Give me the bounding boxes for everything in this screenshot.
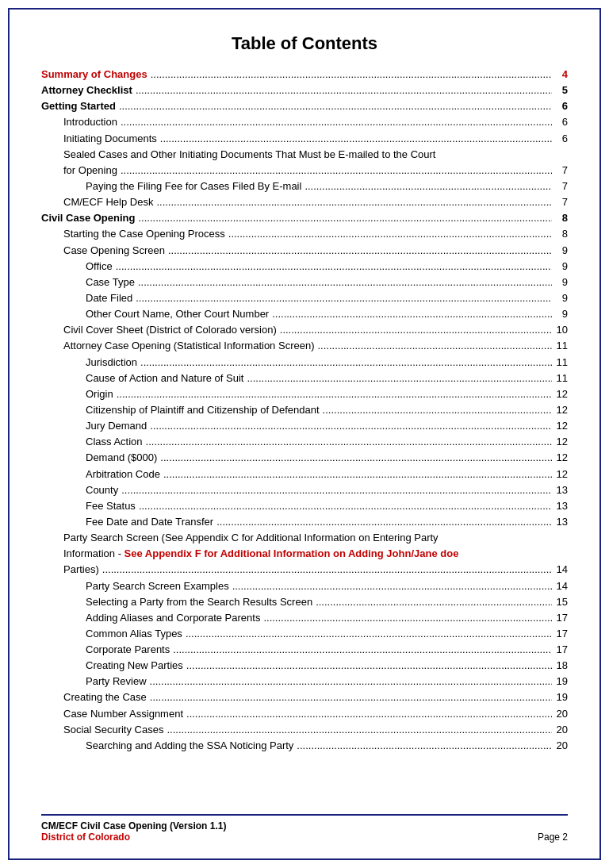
entry-dots: ........................................… [183,658,552,674]
entry-page: 19 [552,674,568,689]
entry-page: 6 [552,114,568,130]
entry-dots: ........................................… [118,482,552,498]
toc-entry: Case Number Assignment..................… [41,706,568,722]
entry-dots: ........................................… [116,98,552,114]
entry-dots: ........................................… [153,194,552,210]
entry-label: Arbitration Code [86,467,160,482]
footer-left: CM/ECF Civil Case Opening (Version 1.1) … [41,820,226,843]
entry-label: Initiating Documents [63,131,157,147]
entry-page: 17 [552,642,568,658]
entry-page: 12 [552,418,568,434]
entry-page: 20 [552,706,568,722]
entry-dots: ........................................… [132,83,552,98]
entry-label: CM/ECF Help Desk [63,194,153,210]
entry-page: 11 [552,338,568,354]
entry-label: for Opening [63,163,117,179]
entry-dots: ........................................… [147,674,552,689]
entry-label: Searching and Adding the SSA Noticing Pa… [86,738,293,754]
toc-entry: Party Search Screen (See Appendix C for … [41,530,568,546]
toc-entry: Searching and Adding the SSA Noticing Pa… [41,738,568,754]
entry-dots: ........................................… [183,706,552,722]
entry-label: County [86,482,118,498]
entry-page: 17 [552,626,568,642]
entry-label: Introduction [63,114,117,130]
entry-label: Civil Case Opening [41,210,135,226]
entry-label: Attorney Checklist [41,83,132,98]
toc-entry: Attorney Checklist......................… [41,83,568,98]
entry-label: Selecting a Party from the Search Result… [86,594,312,610]
toc-entry: Attorney Case Opening (Statistical Infor… [41,338,568,354]
entry-dots: ........................................… [99,562,552,578]
entry-label: Creating the Case [63,689,147,705]
toc-entry: Corporate Parents.......................… [41,642,568,658]
entry-label: Starting the Case Opening Process [63,226,225,242]
entry-dots: ........................................… [135,210,552,226]
entry-dots: ........................................… [136,498,552,514]
entry-label: Jurisdiction [86,355,137,371]
entry-dots: ........................................… [137,355,552,371]
entry-label: Case Opening Screen [63,243,165,259]
entry-dots: ........................................… [157,450,552,466]
toc-entry: Case Type...............................… [41,275,568,290]
entry-page: 9 [552,290,568,306]
entry-page: 13 [552,498,568,514]
entry-dots: ........................................… [143,434,552,450]
entry-dots: ........................................… [147,418,552,434]
toc-entry: Civil Case Opening......................… [41,210,568,226]
footer-line2: District of Colorado [41,832,226,843]
entry-label: Attorney Case Opening (Statistical Infor… [63,338,314,354]
page-title: Table of Contents [41,33,568,54]
entry-page: 20 [552,722,568,738]
entry-page: 17 [552,610,568,626]
entry-dots: ........................................… [301,179,552,194]
toc-entry: Adding Aliases and Corporate Parents....… [41,610,568,626]
entry-dots: ........................................… [117,114,552,130]
entry-dots: ........................................… [213,514,552,530]
toc-entry: County..................................… [41,482,568,498]
toc-entry: Paying the Filing Fee for Cases Filed By… [41,179,568,194]
entry-label: Cause of Action and Nature of Suit [86,371,243,386]
entry-label: Information - See Appendix F for Additio… [63,546,458,562]
toc-entry: Origin..................................… [41,386,568,402]
entry-label: Jury Demand [86,418,147,434]
entry-dots: ........................................… [170,642,552,658]
entry-page: 12 [552,434,568,450]
entry-label: Fee Date and Date Transfer [86,514,213,530]
toc-entry: Fee Status..............................… [41,498,568,514]
entry-page: 15 [552,594,568,610]
entry-page: 4 [552,67,568,83]
toc-entry: Civil Cover Sheet (District of Colorado … [41,322,568,338]
entry-label: Citizenship of Plaintiff and Citizenship… [86,402,320,418]
toc-entry: Citizenship of Plaintiff and Citizenship… [41,402,568,418]
toc-entry: Class Action............................… [41,434,568,450]
entry-page: 19 [552,689,568,705]
toc-entry: Summary of Changes......................… [41,67,568,83]
entry-label: Social Security Cases [63,722,163,738]
entry-page: 11 [552,355,568,371]
entry-page: 9 [552,243,568,259]
toc-entry: Creating New Parties....................… [41,658,568,674]
entry-label: Party Search Screen (See Appendix C for … [63,530,439,546]
entry-page: 8 [552,226,568,242]
toc-entry: Arbitration Code........................… [41,467,568,482]
entry-dots: ........................................… [147,689,552,705]
entry-page: 12 [552,467,568,482]
entry-page: 6 [552,98,568,114]
entry-label: Date Filed [86,290,132,306]
entry-label: Other Court Name, Other Court Number [86,306,269,322]
entry-label: Paying the Filing Fee for Cases Filed By… [86,179,301,194]
entry-dots: ........................................… [165,243,552,259]
entry-label: Corporate Parents [86,642,170,658]
entry-label: Common Alias Types [86,626,182,642]
page-container: Table of Contents Summary of Changes....… [8,8,601,860]
entry-dots: ........................................… [320,402,552,418]
toc-entry: Information - See Appendix F for Additio… [41,546,568,562]
entry-page: 8 [552,210,568,226]
entry-label: Parties) [63,562,99,578]
entry-label: Origin [86,386,113,402]
entry-page: 13 [552,514,568,530]
toc-entry: Fee Date and Date Transfer..............… [41,514,568,530]
entry-label: Case Number Assignment [63,706,183,722]
entry-page: 9 [552,259,568,275]
entry-page: 14 [552,562,568,578]
